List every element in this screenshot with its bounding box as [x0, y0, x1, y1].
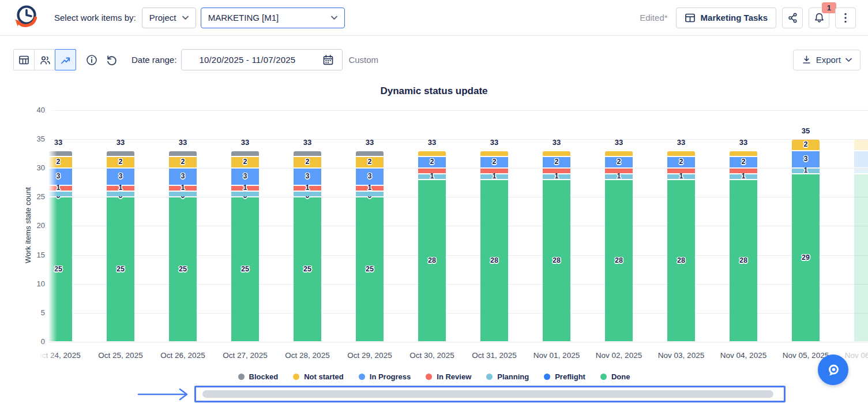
bar-segment-label: 25: [231, 265, 259, 273]
gridline: [49, 110, 868, 111]
bar-segment-blocked[interactable]: [231, 151, 259, 156]
bar-segment-label: 1: [667, 172, 695, 180]
bar-segment-not-started[interactable]: [667, 151, 695, 156]
gridline: [49, 342, 868, 342]
bar-segment-label: 25: [294, 265, 321, 273]
bar-segment-label: 2: [792, 140, 820, 148]
bar-segment-planning[interactable]: [107, 192, 134, 196]
export-button-label: Export: [816, 55, 841, 65]
bar-segment-planning[interactable]: [294, 192, 321, 196]
y-axis-tick: 0: [20, 337, 45, 346]
bar-segment-in-review[interactable]: [543, 169, 570, 173]
chart-view-button[interactable]: [55, 49, 76, 70]
bar-segment-label: 2: [107, 158, 134, 166]
toolbar: Date range: 10/20/2025 - 11/07/2025 Cust…: [13, 49, 861, 70]
bar-segment-in-review[interactable]: [480, 169, 508, 173]
x-axis-label: Oct 27, 2025: [214, 351, 276, 360]
left-label-fade-overlay: [32, 349, 60, 364]
bar-segment-in-review[interactable]: [730, 169, 757, 173]
bar-segment-not-started[interactable]: [854, 140, 868, 150]
bar-segment-blocked[interactable]: [169, 151, 197, 156]
annotation-arrow-icon: [137, 387, 190, 402]
bar-total-label: 33: [356, 138, 384, 147]
reset-button[interactable]: [105, 54, 118, 66]
app: Select work items by: Project MARKETING …: [0, 0, 868, 403]
bar-total-label: 33: [730, 138, 757, 147]
export-button[interactable]: Export: [793, 50, 861, 70]
trend-chart-icon: [60, 55, 71, 65]
bar-segment-planning[interactable]: [231, 192, 259, 196]
y-axis-tick: 15: [20, 251, 45, 260]
bar-total-label: 33: [543, 138, 570, 147]
y-axis-tick: 25: [20, 192, 45, 201]
bar-segment-planning[interactable]: [169, 192, 197, 196]
legend-dot: [238, 374, 245, 380]
bar-segment-label: 2: [667, 158, 695, 166]
legend-label: In Progress: [370, 372, 411, 381]
assistant-bubble-icon: [826, 363, 841, 378]
plot-area: 2501323325013233250132332501323325013233…: [49, 107, 868, 345]
assistant-fab-button[interactable]: [818, 355, 848, 385]
share-button[interactable]: [782, 8, 803, 28]
notifications-button[interactable]: 1: [809, 8, 829, 28]
notification-badge: 1: [822, 2, 836, 13]
legend-dot: [544, 374, 550, 380]
bar-segment-blocked[interactable]: [356, 151, 384, 156]
bar-segment-in-review[interactable]: [667, 169, 695, 173]
bar-segment-planning[interactable]: [356, 192, 384, 196]
project-dropdown[interactable]: MARKETING [M1]: [201, 8, 345, 28]
legend-item-done[interactable]: Done: [600, 372, 630, 381]
legend-dot: [359, 374, 365, 380]
bar-segment-label: 28: [730, 256, 757, 264]
header: Select work items by: Project MARKETING …: [0, 0, 868, 36]
legend-item-preflight[interactable]: Preflight: [544, 372, 585, 381]
y-axis-tick: 35: [20, 135, 45, 144]
legend-item-not-started[interactable]: Not started: [293, 372, 344, 381]
legend-item-blocked[interactable]: Blocked: [238, 372, 279, 381]
bar-segment-label: 25: [107, 265, 134, 273]
bar-total-label: 33: [605, 138, 633, 147]
legend-item-planning[interactable]: Planning: [486, 372, 529, 381]
share-icon: [787, 12, 798, 24]
bar-segment-not-started[interactable]: [730, 151, 757, 156]
bar-segment-in-review[interactable]: [605, 169, 633, 173]
board-button[interactable]: Marketing Tasks: [676, 8, 776, 28]
undo-rotate-icon: [106, 54, 117, 66]
bar-segment-done[interactable]: [854, 174, 868, 341]
horizontal-scrollbar-thumb[interactable]: [202, 390, 773, 398]
bar-segment-in-progress[interactable]: [854, 151, 868, 167]
scope-dropdown[interactable]: Project: [142, 8, 196, 28]
x-axis-label: Oct 26, 2025: [152, 351, 214, 360]
bar-segment-label: 29: [792, 253, 820, 262]
x-axis-label: Oct 28, 2025: [276, 351, 339, 360]
bar-segment-not-started[interactable]: [480, 151, 508, 156]
bar-segment-label: 3: [356, 172, 384, 180]
bar-segment-label: 1: [792, 166, 820, 174]
bar-segment-not-started[interactable]: [605, 151, 633, 156]
select-work-items-label: Select work items by:: [54, 13, 136, 23]
bar-segment-blocked[interactable]: [294, 151, 321, 156]
legend-item-in-progress[interactable]: In Progress: [359, 372, 411, 381]
edited-indicator: Edited*: [640, 13, 667, 23]
bar-segment-not-started[interactable]: [543, 151, 570, 156]
people-view-button[interactable]: [34, 49, 55, 70]
date-range-input[interactable]: 10/20/2025 - 11/07/2025: [181, 49, 343, 70]
table-view-button[interactable]: [13, 49, 35, 70]
bar-segment-label: 1: [169, 184, 197, 192]
y-axis-tick: 30: [20, 163, 45, 173]
chevron-down-icon: [182, 16, 189, 20]
board-button-label: Marketing Tasks: [701, 13, 768, 23]
bar-segment-in-review[interactable]: [418, 169, 446, 173]
more-options-button[interactable]: [835, 8, 856, 28]
bar-segment-label: 25: [169, 265, 197, 273]
bar-segment-not-started[interactable]: [418, 151, 446, 156]
bar-segment-label: 3: [169, 172, 197, 180]
bar-segment-blocked[interactable]: [107, 151, 134, 156]
legend-item-in-review[interactable]: In Review: [426, 372, 471, 381]
bar-total-label: 33: [107, 138, 134, 147]
legend-dot: [426, 374, 432, 380]
table-icon: [685, 13, 696, 23]
bar-segment-label: 2: [480, 158, 508, 166]
bar-segment-planning[interactable]: [854, 169, 868, 173]
info-button[interactable]: [85, 54, 98, 66]
